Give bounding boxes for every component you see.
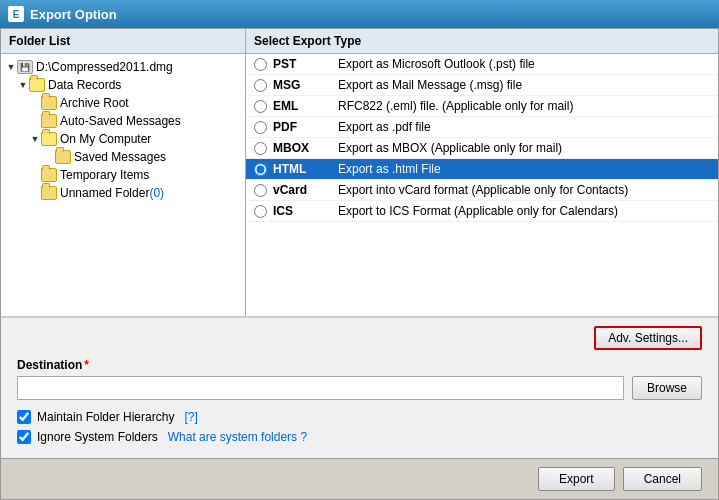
export-name-mbox: MBOX [273, 141, 338, 155]
toggle-data-records[interactable]: ▼ [17, 79, 29, 91]
destination-label: Destination* [17, 358, 702, 372]
tree-label-unnamed-folder: Unnamed Folder [60, 186, 149, 200]
tree-label-archive-root: Archive Root [60, 96, 129, 110]
radio-html[interactable] [254, 163, 267, 176]
tree-container[interactable]: ▼ 💾 D:\Compressed2011.dmg ▼ Data Records… [1, 54, 245, 316]
tree-item-unnamed-folder[interactable]: ▶ Unnamed Folder (0) [1, 184, 245, 202]
ignore-system-checkbox[interactable] [17, 430, 31, 444]
export-desc-html: Export as .html File [338, 162, 710, 176]
export-name-pdf: PDF [273, 120, 338, 134]
export-row-pdf[interactable]: PDF Export as .pdf file [246, 117, 718, 138]
tree-item-saved-messages[interactable]: ▶ Saved Messages [1, 148, 245, 166]
destination-input[interactable] [17, 376, 624, 400]
adv-settings-row: Adv. Settings... [17, 326, 702, 350]
export-desc-ics: Export to ICS Format (Applicable only fo… [338, 204, 710, 218]
unnamed-folder-count: (0) [149, 186, 164, 200]
tree-label-data-records: Data Records [48, 78, 121, 92]
tree-label-auto-saved: Auto-Saved Messages [60, 114, 181, 128]
radio-ics[interactable] [254, 205, 267, 218]
maintain-hierarchy-row: Maintain Folder Hierarchy [?] [17, 410, 702, 424]
export-desc-mbox: Export as MBOX (Applicable only for mail… [338, 141, 710, 155]
folder-icon-unnamed-folder [41, 186, 57, 200]
maintain-hierarchy-label: Maintain Folder Hierarchy [37, 410, 174, 424]
radio-pst[interactable] [254, 58, 267, 71]
export-row-ics[interactable]: ICS Export to ICS Format (Applicable onl… [246, 201, 718, 222]
ignore-system-help[interactable]: What are system folders ? [168, 430, 307, 444]
tree-label-on-my-computer: On My Computer [60, 132, 151, 146]
radio-mbox[interactable] [254, 142, 267, 155]
ignore-system-label: Ignore System Folders [37, 430, 158, 444]
tree-item-on-my-computer[interactable]: ▼ On My Computer [1, 130, 245, 148]
export-panel: Select Export Type PST Export as Microso… [246, 29, 718, 316]
export-type-list[interactable]: PST Export as Microsoft Outlook (.pst) f… [246, 54, 718, 316]
folder-panel-header: Folder List [1, 29, 245, 54]
browse-button[interactable]: Browse [632, 376, 702, 400]
ignore-system-row: Ignore System Folders What are system fo… [17, 430, 702, 444]
tree-item-dmg[interactable]: ▼ 💾 D:\Compressed2011.dmg [1, 58, 245, 76]
bottom-section: Adv. Settings... Destination* Browse Mai… [1, 317, 718, 458]
maintain-hierarchy-checkbox[interactable] [17, 410, 31, 424]
folder-icon-on-my-computer [41, 132, 57, 146]
export-name-msg: MSG [273, 78, 338, 92]
main-container: Folder List ▼ 💾 D:\Compressed2011.dmg ▼ … [0, 28, 719, 500]
content-area: Folder List ▼ 💾 D:\Compressed2011.dmg ▼ … [1, 29, 718, 317]
toggle-dmg[interactable]: ▼ [5, 61, 17, 73]
export-name-html: HTML [273, 162, 338, 176]
adv-settings-button[interactable]: Adv. Settings... [594, 326, 702, 350]
export-button[interactable]: Export [538, 467, 615, 491]
tree-label-saved-messages: Saved Messages [74, 150, 166, 164]
export-name-vcard: vCard [273, 183, 338, 197]
export-desc-vcard: Export into vCard format (Applicable onl… [338, 183, 710, 197]
drive-icon: 💾 [17, 60, 33, 74]
toggle-on-my-computer[interactable]: ▼ [29, 133, 41, 145]
export-row-eml[interactable]: EML RFC822 (.eml) file. (Applicable only… [246, 96, 718, 117]
tree-item-data-records[interactable]: ▼ Data Records [1, 76, 245, 94]
export-row-msg[interactable]: MSG Export as Mail Message (.msg) file [246, 75, 718, 96]
export-panel-header: Select Export Type [246, 29, 718, 54]
tree-label-dmg: D:\Compressed2011.dmg [36, 60, 173, 74]
tree-item-auto-saved[interactable]: ▶ Auto-Saved Messages [1, 112, 245, 130]
export-desc-msg: Export as Mail Message (.msg) file [338, 78, 710, 92]
export-row-mbox[interactable]: MBOX Export as MBOX (Applicable only for… [246, 138, 718, 159]
export-row-vcard[interactable]: vCard Export into vCard format (Applicab… [246, 180, 718, 201]
radio-msg[interactable] [254, 79, 267, 92]
radio-pdf[interactable] [254, 121, 267, 134]
export-desc-pdf: Export as .pdf file [338, 120, 710, 134]
radio-eml[interactable] [254, 100, 267, 113]
tree-item-temporary-items[interactable]: ▶ Temporary Items [1, 166, 245, 184]
folder-icon-archive-root [41, 96, 57, 110]
export-desc-pst: Export as Microsoft Outlook (.pst) file [338, 57, 710, 71]
tree-item-archive-root[interactable]: ▶ Archive Root [1, 94, 245, 112]
export-row-pst[interactable]: PST Export as Microsoft Outlook (.pst) f… [246, 54, 718, 75]
export-name-eml: EML [273, 99, 338, 113]
export-row-html[interactable]: HTML Export as .html File [246, 159, 718, 180]
window-title: Export Option [30, 7, 117, 22]
folder-panel: Folder List ▼ 💾 D:\Compressed2011.dmg ▼ … [1, 29, 246, 316]
cancel-button[interactable]: Cancel [623, 467, 702, 491]
folder-icon-data-records [29, 78, 45, 92]
radio-vcard[interactable] [254, 184, 267, 197]
app-icon: E [8, 6, 24, 22]
title-bar: E Export Option [0, 0, 719, 28]
export-desc-eml: RFC822 (.eml) file. (Applicable only for… [338, 99, 710, 113]
tree-label-temporary-items: Temporary Items [60, 168, 149, 182]
footer-bar: Export Cancel [1, 458, 718, 499]
folder-icon-auto-saved [41, 114, 57, 128]
folder-icon-saved-messages [55, 150, 71, 164]
destination-row: Browse [17, 376, 702, 400]
export-name-pst: PST [273, 57, 338, 71]
maintain-hierarchy-help[interactable]: [?] [184, 410, 197, 424]
folder-icon-temporary-items [41, 168, 57, 182]
export-name-ics: ICS [273, 204, 338, 218]
